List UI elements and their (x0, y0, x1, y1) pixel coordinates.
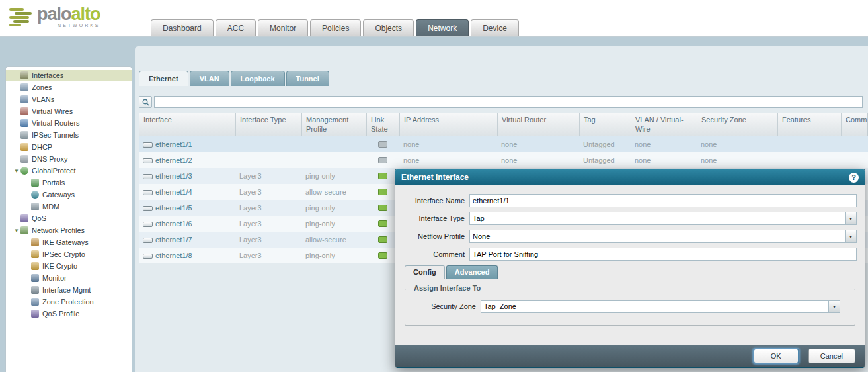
column-header-comment[interactable]: Comment (842, 113, 867, 136)
search-row (139, 95, 863, 109)
sidebar-item-globalprotect[interactable]: ▼GlobalProtect (6, 165, 132, 177)
sidebar-item-interface-mgmt[interactable]: Interface Mgmt (6, 284, 132, 296)
tab-vlan[interactable]: VLAN (190, 71, 229, 86)
sidebar-item-label: VLANs (32, 95, 54, 103)
sidebar-item-dhcp[interactable]: DHCP (6, 141, 132, 153)
column-header-vlan-virtual-wire[interactable]: VLAN / Virtual-Wire (631, 113, 697, 136)
sidebar-item-portals[interactable]: Portals (6, 177, 132, 189)
sidebar-item-label: Zone Protection (42, 298, 94, 306)
cell-interface: ethernet1/5 (139, 200, 235, 216)
tab-ethernet[interactable]: Ethernet (139, 71, 188, 86)
dialog-tab-advanced[interactable]: Advanced (446, 265, 498, 279)
sidebar-list: InterfacesZonesVLANsVirtual WiresVirtual… (6, 70, 132, 320)
cancel-button[interactable]: Cancel (808, 349, 855, 363)
link-state-down-icon (378, 141, 387, 148)
nav-tab-objects[interactable]: Objects (363, 19, 414, 36)
interface-link[interactable]: ethernet1/2 (155, 156, 192, 164)
interface-link[interactable]: ethernet1/4 (155, 188, 192, 196)
help-icon[interactable]: ? (849, 173, 859, 183)
ipsec-crypto-icon (31, 250, 39, 258)
nav-tab-network[interactable]: Network (416, 19, 469, 36)
column-header-ip-address[interactable]: IP Address (400, 113, 498, 136)
link-state-up-icon (378, 252, 387, 259)
ok-button[interactable]: OK (754, 349, 799, 363)
netflow-profile-dropdown[interactable]: ▼ (469, 230, 857, 243)
column-header-interface-type[interactable]: Interface Type (236, 113, 302, 136)
table-row[interactable]: ethernet1/2nonenoneUntaggednonenone (139, 152, 868, 168)
column-header-interface[interactable]: Interface (139, 113, 236, 136)
nav-tabs: DashboardACCMonitorPoliciesObjectsNetwor… (151, 19, 519, 36)
sidebar-item-label: Monitor (42, 274, 67, 282)
column-header-tag[interactable]: Tag (580, 113, 631, 136)
nav-tab-policies[interactable]: Policies (310, 19, 361, 36)
cell-mgmt: allow-secure (301, 184, 366, 200)
nav-tab-dashboard[interactable]: Dashboard (151, 19, 214, 36)
security-zone-value[interactable] (481, 300, 840, 313)
chevron-down-icon[interactable]: ▼ (828, 301, 840, 312)
search-input[interactable] (154, 96, 863, 108)
ipsec-tunnels-icon (20, 131, 28, 139)
netflow-profile-value[interactable] (469, 230, 857, 243)
sidebar-item-ipsec-crypto[interactable]: IPSec Crypto (6, 248, 132, 260)
nav-tab-monitor[interactable]: Monitor (258, 19, 308, 36)
chevron-down-icon[interactable]: ▼ (845, 230, 856, 242)
column-header-link-state[interactable]: Link State (367, 113, 400, 136)
comment-label: Comment (403, 248, 469, 261)
cell-type: Layer3 (235, 168, 301, 184)
interface-type-value[interactable] (469, 212, 857, 225)
sidebar-item-mdm[interactable]: MDM (6, 201, 132, 212)
sidebar-item-ike-crypto[interactable]: IKE Crypto (6, 260, 132, 272)
sidebar-item-vlans[interactable]: VLANs (6, 93, 132, 105)
sidebar-item-monitor[interactable]: Monitor (6, 272, 132, 284)
interface-link[interactable]: ethernet1/7 (155, 236, 192, 244)
interface-link[interactable]: ethernet1/3 (155, 172, 192, 180)
interface-link[interactable]: ethernet1/8 (155, 252, 192, 259)
sidebar-item-ipsec-tunnels[interactable]: IPSec Tunnels (6, 129, 132, 141)
sidebar-item-network-profiles[interactable]: ▼Network Profiles (6, 224, 132, 236)
search-icon[interactable] (139, 96, 152, 108)
cell-mgmt: allow-secure (301, 232, 366, 248)
sidebar-item-gateways[interactable]: Gateways (6, 189, 132, 201)
expand-arrow-icon[interactable]: ▼ (14, 168, 20, 174)
sidebar-item-qos-profile[interactable]: QoS Profile (6, 308, 132, 320)
cell-type: Layer3 (235, 184, 301, 200)
sidebar-item-qos[interactable]: QoS (6, 212, 132, 224)
interface-link[interactable]: ethernet1/5 (155, 204, 192, 212)
sidebar-item-virtual-wires[interactable]: Virtual Wires (6, 105, 132, 117)
column-header-security-zone[interactable]: Security Zone (697, 113, 778, 136)
sidebar-item-label: IPSec Tunnels (32, 131, 79, 139)
sidebar-item-interfaces[interactable]: Interfaces (6, 70, 132, 81)
sidebar-item-zone-protection[interactable]: Zone Protection (6, 296, 132, 308)
column-header-management-profile[interactable]: Management Profile (302, 113, 367, 136)
cell-comment (841, 136, 868, 152)
expand-arrow-icon[interactable]: ▼ (14, 228, 20, 234)
sidebar-item-dns-proxy[interactable]: DNS Proxy (6, 153, 132, 165)
dialog-tab-config[interactable]: Config (405, 265, 445, 279)
top-header: paloalto NETWORKS DashboardACCMonitorPol… (0, 0, 868, 37)
interfaces-icon (20, 71, 28, 79)
cell-type: Layer3 (235, 248, 301, 263)
column-header-features[interactable]: Features (778, 113, 842, 136)
tab-tunnel[interactable]: Tunnel (286, 71, 329, 86)
tab-loopback[interactable]: Loopback (231, 71, 285, 86)
security-zone-dropdown[interactable]: ▼ (481, 300, 840, 313)
column-header-virtual-router[interactable]: Virtual Router (498, 113, 580, 136)
interface-link[interactable]: ethernet1/1 (155, 140, 192, 148)
nav-tab-acc[interactable]: ACC (216, 19, 256, 36)
cell-mgmt: ping-only (301, 168, 366, 184)
cell-features (777, 136, 841, 152)
interface-link[interactable]: ethernet1/6 (155, 220, 192, 228)
interface-type-dropdown[interactable]: ▼ (469, 212, 857, 225)
table-row[interactable]: ethernet1/1nonenoneUntaggednonenone (139, 136, 868, 152)
app: paloalto NETWORKS DashboardACCMonitorPol… (0, 0, 868, 372)
nav-tab-device[interactable]: Device (471, 19, 519, 36)
sidebar-item-label: Gateways (42, 191, 75, 199)
chevron-down-icon[interactable]: ▼ (845, 212, 856, 224)
sidebar-item-label: Portals (42, 179, 65, 187)
sidebar-item-label: DHCP (32, 143, 52, 151)
comment-input[interactable] (469, 248, 857, 261)
sidebar-item-zones[interactable]: Zones (6, 81, 132, 93)
sidebar-item-ike-gateways[interactable]: IKE Gateways (6, 236, 132, 248)
sidebar-item-virtual-routers[interactable]: Virtual Routers (6, 117, 132, 129)
interface-name-input[interactable] (469, 194, 857, 207)
